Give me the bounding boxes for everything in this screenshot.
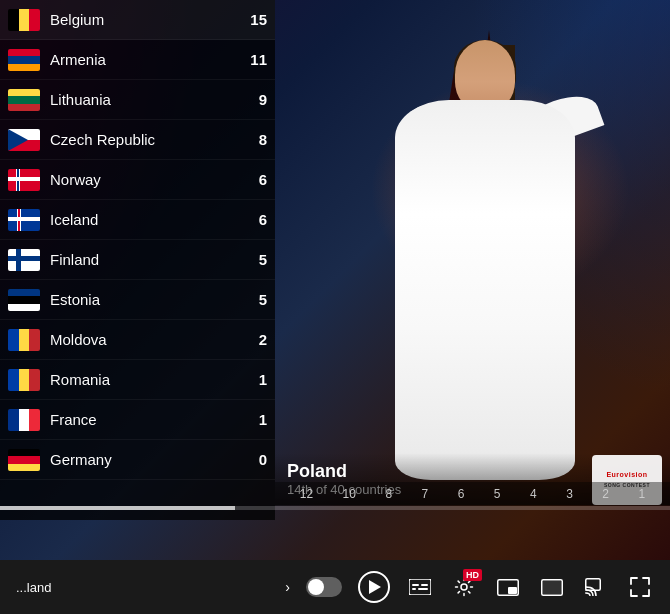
subtitles-button[interactable] [406, 573, 434, 601]
voting-num-8: 8 [385, 487, 392, 501]
controls-bar: ...land › HD [0, 560, 670, 614]
voting-num-7: 7 [422, 487, 429, 501]
svg-rect-7 [508, 587, 517, 594]
score-value-moldova: 2 [242, 331, 267, 348]
flag-romania [8, 369, 40, 391]
svg-rect-2 [421, 584, 428, 586]
score-value-france: 1 [242, 411, 267, 428]
score-row-iceland: Iceland6 [0, 200, 275, 240]
score-row-norway: Norway6 [0, 160, 275, 200]
svg-rect-4 [418, 588, 428, 590]
scoreboard: Belgium15Armenia11Lithuania9Czech Republ… [0, 0, 275, 520]
country-name-estonia: Estonia [50, 291, 242, 308]
theater-mode-button[interactable] [538, 573, 566, 601]
country-name-lithuania: Lithuania [50, 91, 242, 108]
country-name-moldova: Moldova [50, 331, 242, 348]
score-value-belgium: 15 [242, 11, 267, 28]
score-row-czech: Czech Republic8 [0, 120, 275, 160]
svg-rect-9 [543, 581, 561, 594]
svg-point-5 [461, 584, 467, 590]
flag-estonia [8, 289, 40, 311]
video-label: ...land [16, 580, 267, 595]
svg-rect-0 [409, 579, 431, 595]
video-timeline[interactable] [0, 506, 670, 510]
performer-dress [395, 100, 575, 480]
country-name-germany: Germany [50, 451, 242, 468]
flag-moldova [8, 329, 40, 351]
miniplayer-button[interactable] [494, 573, 522, 601]
play-button[interactable] [358, 571, 390, 603]
performer-area [280, 20, 670, 500]
score-value-germany: 0 [242, 451, 267, 468]
voting-num-10: 10 [343, 487, 356, 501]
flag-armenia [8, 49, 40, 71]
voting-num-12: 12 [300, 487, 313, 501]
score-value-lithuania: 9 [242, 91, 267, 108]
cast-button[interactable] [582, 573, 610, 601]
score-row-lithuania: Lithuania9 [0, 80, 275, 120]
score-value-estonia: 5 [242, 291, 267, 308]
flag-germany [8, 449, 40, 471]
score-value-czech: 8 [242, 131, 267, 148]
voting-num-4: 4 [530, 487, 537, 501]
video-player[interactable]: Belgium15Armenia11Lithuania9Czech Republ… [0, 0, 670, 560]
score-row-finland: Finland5 [0, 240, 275, 280]
voting-num-3: 3 [566, 487, 573, 501]
country-name-france: France [50, 411, 242, 428]
flag-france [8, 409, 40, 431]
flag-czech [8, 129, 40, 151]
performer-figure [330, 40, 640, 500]
performer-head [455, 40, 515, 110]
voting-num-1: 1 [638, 487, 645, 501]
toggle-button[interactable] [306, 577, 342, 597]
country-name-czech: Czech Republic [50, 131, 242, 148]
chevron-right-icon: › [285, 579, 290, 595]
voting-num-2: 2 [602, 487, 609, 501]
country-name-belgium: Belgium [50, 11, 242, 28]
hd-badge: HD [463, 569, 482, 581]
score-value-norway: 6 [242, 171, 267, 188]
flag-norway [8, 169, 40, 191]
flag-iceland [8, 209, 40, 231]
play-icon [369, 580, 381, 594]
country-name-romania: Romania [50, 371, 242, 388]
score-row-estonia: Estonia5 [0, 280, 275, 320]
voting-num-6: 6 [458, 487, 465, 501]
score-row-france: France1 [0, 400, 275, 440]
flag-belgium [8, 9, 40, 31]
country-name-iceland: Iceland [50, 211, 242, 228]
timeline-progress [0, 506, 235, 510]
settings-wrap: HD [450, 573, 478, 601]
score-row-belgium: Belgium15 [0, 0, 275, 40]
score-value-romania: 1 [242, 371, 267, 388]
flag-finland [8, 249, 40, 271]
score-row-moldova: Moldova2 [0, 320, 275, 360]
voting-num-5: 5 [494, 487, 501, 501]
svg-rect-3 [412, 588, 416, 590]
score-row-armenia: Armenia11 [0, 40, 275, 80]
fullscreen-button[interactable] [626, 573, 654, 601]
score-row-romania: Romania1 [0, 360, 275, 400]
score-value-finland: 5 [242, 251, 267, 268]
score-row-germany: Germany0 [0, 440, 275, 480]
score-value-iceland: 6 [242, 211, 267, 228]
country-name-norway: Norway [50, 171, 242, 188]
score-value-armenia: 11 [242, 51, 267, 68]
country-name-armenia: Armenia [50, 51, 242, 68]
voting-numbers-row: 121087654321 [275, 482, 670, 506]
svg-rect-1 [412, 584, 419, 586]
flag-lithuania [8, 89, 40, 111]
country-name-finland: Finland [50, 251, 242, 268]
